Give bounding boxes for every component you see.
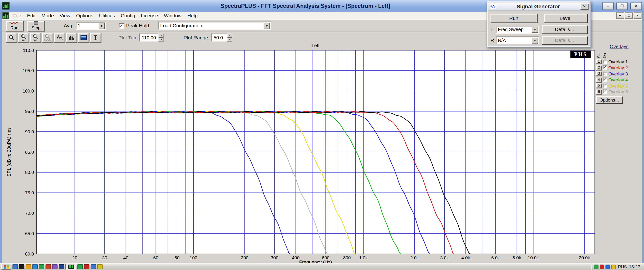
averages-select[interactable]: 1 ▼ bbox=[76, 22, 106, 30]
tray-icon[interactable] bbox=[606, 264, 610, 269]
dropdown-arrow-icon[interactable]: ▼ bbox=[532, 37, 538, 43]
overlays-title: Overlays bbox=[596, 44, 642, 49]
generator-run-button[interactable]: Run bbox=[490, 14, 537, 23]
menu-view[interactable]: View bbox=[57, 12, 74, 19]
child-minimize-button[interactable]: – bbox=[616, 12, 624, 19]
overlay-3-on-checkbox[interactable]: ✓ bbox=[603, 72, 607, 76]
overlay-6-select-button[interactable]: 6 bbox=[596, 89, 602, 94]
plot-top-input[interactable]: 110.00 bbox=[140, 34, 159, 42]
start-button[interactable] bbox=[1, 264, 11, 269]
zoom-out-full-button[interactable]: FULL bbox=[42, 33, 53, 43]
spin-up-icon[interactable]: ▲ bbox=[227, 34, 232, 38]
plot-top-value: 110.00 bbox=[142, 35, 156, 40]
taskbar-app-icon[interactable] bbox=[46, 264, 51, 269]
tray-icon[interactable] bbox=[594, 264, 598, 269]
zoom-in-2x-button[interactable]: 2X bbox=[18, 33, 29, 43]
bars-icon bbox=[68, 35, 74, 40]
generator-buttons-row: Run Level bbox=[490, 14, 587, 23]
spectrum-bars-button[interactable] bbox=[66, 33, 77, 43]
minimize-icon: – bbox=[619, 14, 621, 18]
taskbar-app-icon[interactable] bbox=[26, 264, 31, 269]
left-details-button[interactable]: Details... bbox=[542, 25, 587, 34]
dropdown-arrow-icon[interactable]: ▼ bbox=[532, 26, 538, 33]
menu-file[interactable]: File bbox=[10, 12, 24, 19]
overlay-5-on-checkbox[interactable]: ✓ bbox=[603, 83, 607, 88]
overlay-4-select-button[interactable]: 4 bbox=[596, 77, 602, 82]
plot-range-input[interactable]: 50.0 bbox=[212, 34, 227, 42]
menu-license[interactable]: License bbox=[138, 12, 161, 19]
signal-generator-titlebar[interactable]: Signal Generator × bbox=[488, 2, 590, 11]
maximize-icon: □ bbox=[620, 4, 624, 8]
overlay-1-select-button[interactable]: 1 bbox=[596, 59, 602, 64]
right-signal-select[interactable]: N/A ▼ bbox=[496, 36, 539, 44]
close-button[interactable]: × bbox=[630, 2, 642, 10]
right-details-button[interactable]: Details... bbox=[542, 36, 587, 44]
taskbar-app-icon[interactable] bbox=[39, 264, 44, 269]
taskbar-app-icon[interactable] bbox=[78, 264, 83, 269]
child-window-icon[interactable] bbox=[2, 12, 8, 19]
amplitude-scale-button[interactable] bbox=[90, 33, 101, 43]
plot-top-label: Plot Top: bbox=[118, 35, 138, 40]
taskbar-app-icon[interactable] bbox=[97, 264, 103, 269]
dropdown-arrow-icon[interactable]: ▼ bbox=[264, 22, 270, 29]
close-icon: × bbox=[635, 4, 637, 8]
overlay-row: 3✓Overlay 3 bbox=[596, 71, 642, 76]
peak-curve-button[interactable] bbox=[54, 33, 65, 43]
menu-window[interactable]: Window bbox=[161, 12, 184, 19]
taskbar-app-icon[interactable] bbox=[32, 264, 38, 269]
menu-options[interactable]: Options bbox=[73, 12, 96, 19]
display-options-button[interactable] bbox=[78, 33, 89, 43]
overlay-row: 2✓Overlay 2 bbox=[596, 65, 642, 70]
menu-mode[interactable]: Mode bbox=[38, 12, 57, 19]
zoom-out-2x-button[interactable]: 2X bbox=[30, 33, 41, 43]
spin-down-icon[interactable]: ▼ bbox=[159, 38, 164, 42]
plot-top-spinner[interactable]: ▲ ▼ bbox=[159, 34, 164, 42]
minimize-icon: – bbox=[606, 4, 609, 8]
overlay-1-on-checkbox[interactable]: ✓ bbox=[603, 60, 607, 64]
signal-generator-close-button[interactable]: × bbox=[580, 3, 588, 10]
taskbar-app-icon[interactable] bbox=[84, 264, 90, 269]
language-indicator[interactable]: RUS bbox=[618, 264, 627, 269]
overlay-6-on-checkbox[interactable]: ✓ bbox=[603, 90, 607, 94]
taskbar-app-icon[interactable] bbox=[52, 264, 58, 269]
menu-edit[interactable]: Edit bbox=[24, 12, 38, 19]
overlay-6-label: Overlay 6 bbox=[608, 89, 628, 94]
menu-help[interactable]: Help bbox=[184, 12, 200, 19]
overlay-4-on-checkbox[interactable]: ✓ bbox=[603, 78, 607, 82]
check-icon: ✓ bbox=[120, 24, 123, 28]
stop-button[interactable]: Stop bbox=[27, 21, 44, 31]
overlays-col-on: On bbox=[603, 53, 607, 58]
dropdown-arrow-icon[interactable]: ▼ bbox=[98, 23, 105, 29]
left-signal-select[interactable]: Freq Sweep ▼ bbox=[496, 26, 539, 34]
load-configuration-select[interactable]: Load Configuration ▼ bbox=[158, 22, 270, 30]
taskbar-apps bbox=[78, 264, 103, 269]
minimize-button[interactable]: – bbox=[602, 2, 614, 10]
overlay-2-select-button[interactable]: 2 bbox=[596, 65, 602, 70]
taskbar-app-icon[interactable] bbox=[12, 264, 18, 269]
spectraplus-taskbar-button[interactable] bbox=[65, 264, 76, 269]
overlay-5-select-button[interactable]: 5 bbox=[596, 83, 602, 88]
overlay-2-on-checkbox[interactable]: ✓ bbox=[603, 65, 607, 70]
tray-icon[interactable] bbox=[611, 264, 616, 269]
spin-up-icon[interactable]: ▲ bbox=[159, 34, 164, 38]
menu-utilities[interactable]: Utilities bbox=[96, 12, 118, 19]
zoom-in-2x-label: 2X bbox=[22, 38, 25, 41]
phs-logo: PHS bbox=[570, 51, 591, 58]
taskbar-app-icon[interactable] bbox=[91, 264, 96, 269]
child-restore-button[interactable]: □ bbox=[625, 12, 633, 19]
taskbar-app-icon[interactable] bbox=[59, 264, 64, 269]
overlay-options-button[interactable]: Options... bbox=[596, 96, 622, 103]
taskbar-app-icon[interactable] bbox=[19, 264, 24, 269]
spin-down-icon[interactable]: ▼ bbox=[227, 38, 232, 42]
plot-range-spinner[interactable]: ▲ ▼ bbox=[227, 34, 232, 42]
child-close-button[interactable]: × bbox=[634, 12, 642, 19]
clock[interactable]: 16:27 bbox=[629, 264, 640, 269]
tray-icon[interactable] bbox=[600, 264, 604, 269]
run-button[interactable]: Run bbox=[6, 21, 23, 31]
peak-hold-checkbox[interactable]: ✓ bbox=[118, 23, 124, 29]
overlay-3-select-button[interactable]: 3 bbox=[596, 71, 602, 76]
generator-level-button[interactable]: Level bbox=[544, 14, 588, 23]
zoom-tool-button[interactable] bbox=[6, 33, 17, 43]
maximize-button[interactable]: □ bbox=[616, 2, 628, 10]
menu-config[interactable]: Config bbox=[118, 12, 138, 19]
